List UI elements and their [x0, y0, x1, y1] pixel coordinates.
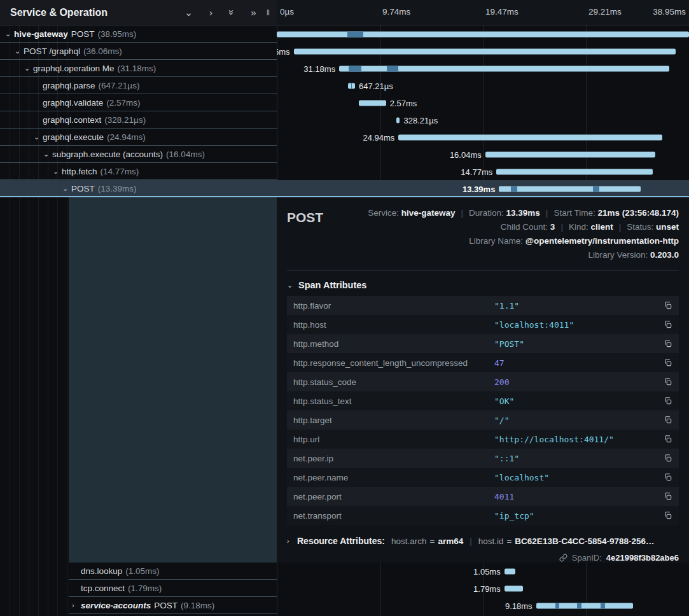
span-timeline-cell[interactable]: 328.21µs [277, 111, 689, 129]
span-timeline-cell[interactable]: 2.57ms [277, 94, 689, 111]
span-timeline-cell[interactable]: 13.39ms [277, 180, 689, 197]
operation-name-label: graphql.operation Me [33, 64, 115, 73]
row-divider [69, 613, 277, 614]
attribute-key: net.transport [293, 511, 494, 521]
spanid-value: 4e21998f3b82abe6 [606, 553, 679, 563]
attribute-key: http.status_code [293, 377, 494, 387]
span-tree-cell[interactable]: tcp.connect(1.79ms) [0, 580, 277, 597]
span-tree-cell[interactable]: ›service-accountsPOST(9.18ms) [0, 597, 277, 614]
span-tree-cell[interactable]: ⌄graphql.execute(24.94ms) [0, 129, 277, 146]
chevron-right-icon[interactable]: › [72, 602, 81, 609]
span-bar[interactable] [396, 117, 400, 123]
span-timeline-cell[interactable] [277, 25, 689, 43]
copy-icon[interactable] [658, 358, 672, 367]
span-bar[interactable] [485, 151, 655, 157]
span-timeline-cell[interactable]: 1.79ms [277, 580, 689, 597]
span-tree-cell[interactable]: ⌄hive-gatewayPOST(38.95ms) [0, 25, 277, 43]
span-timeline-cell[interactable]: 647.21µs [277, 77, 689, 94]
span-tree-cell[interactable]: ⌄http.fetch(14.77ms) [0, 163, 277, 180]
chevrons-right-icon[interactable]: » [251, 7, 256, 18]
span-row[interactable]: ⌄hive-gatewayPOST(38.95ms) [0, 25, 689, 43]
span-tree-cell[interactable]: graphql.parse(647.21µs) [0, 77, 277, 94]
span-timeline-cell[interactable]: 16.04ms [277, 146, 689, 163]
span-bar[interactable] [496, 169, 653, 174]
copy-icon[interactable] [658, 377, 672, 386]
span-row[interactable]: ⌄graphql.execute(24.94ms)24.94ms [0, 129, 689, 146]
copy-icon[interactable] [658, 473, 672, 482]
chevron-down-icon[interactable]: ⌄ [15, 48, 24, 55]
copy-icon[interactable] [658, 511, 672, 520]
span-timeline-cell[interactable]: 14.77ms [277, 163, 689, 180]
panel-resizer[interactable]: ‖ [267, 8, 270, 17]
span-timeline-cell[interactable]: 31.18ms [277, 60, 689, 77]
span-row[interactable]: ⌄POST(13.39ms)13.39ms [0, 180, 689, 197]
chevron-down-icon[interactable]: ⌄ [53, 168, 62, 175]
chevron-down-icon[interactable]: ⌄ [43, 151, 52, 158]
copy-icon[interactable] [658, 301, 672, 310]
span-bar[interactable] [398, 134, 662, 140]
span-attributes-table: http.flavor"1.1"http.host"localhost:4011… [287, 296, 679, 525]
span-row[interactable]: tcp.connect(1.79ms)1.79ms [0, 580, 689, 597]
span-bar[interactable] [505, 568, 515, 574]
meta-label: Start Time: [553, 208, 597, 218]
span-row[interactable]: graphql.parse(647.21µs)647.21µs [0, 77, 689, 94]
span-row[interactable]: ⌄http.fetch(14.77ms)14.77ms [0, 163, 689, 180]
span-row[interactable]: ⌄POST /graphql(36.06ms)36.06ms [0, 43, 689, 60]
span-bar[interactable] [348, 83, 355, 88]
chevron-down-icon[interactable]: ⌄ [34, 134, 43, 141]
span-row[interactable]: graphql.context(328.21µs)328.21µs [0, 111, 689, 129]
chevron-down-icon[interactable]: ⌄ [62, 185, 71, 192]
span-tree-cell[interactable]: ⌄graphql.operation Me(31.18ms) [0, 60, 277, 77]
copy-icon[interactable] [658, 416, 672, 424]
span-tree-cell[interactable]: ⌄POST(13.39ms) [0, 180, 277, 197]
copy-icon[interactable] [658, 396, 672, 405]
chevron-down-icon[interactable]: ⌄ [5, 31, 14, 38]
span-bar[interactable] [536, 603, 634, 608]
span-timeline-cell[interactable]: 24.94ms [277, 129, 689, 146]
copy-icon[interactable] [658, 320, 672, 329]
meta-value: client [590, 222, 613, 232]
span-row[interactable]: ⌄graphql.operation Me(31.18ms)31.18ms [0, 60, 689, 77]
copy-icon[interactable] [658, 339, 672, 348]
span-tree-cell[interactable]: graphql.validate(2.57ms) [0, 94, 277, 111]
span-bar[interactable] [359, 100, 386, 106]
meta-separator: | [560, 222, 563, 232]
span-bar[interactable] [339, 66, 669, 71]
span-row[interactable]: graphql.validate(2.57ms)2.57ms [0, 94, 689, 111]
span-tree-cell[interactable]: graphql.context(328.21µs) [0, 111, 277, 129]
span-tree-cell[interactable]: dns.lookup(1.05ms) [0, 563, 277, 580]
meta-label: Library Name: [469, 236, 525, 246]
chevron-down-icon[interactable]: ⌄ [184, 7, 193, 18]
span-row[interactable]: dns.lookup(1.05ms)1.05ms [0, 563, 689, 580]
copy-icon[interactable] [658, 454, 672, 463]
attribute-row: http.status_code200 [287, 372, 679, 391]
span-attributes-section-header[interactable]: ⌄ Span Attributes [287, 280, 679, 290]
span-timeline-cell[interactable]: 1.05ms [277, 563, 689, 580]
span-tree-cell[interactable]: ⌄subgraph.execute (accounts)(16.04ms) [0, 146, 277, 163]
span-tree-cell[interactable]: ⌄POST /graphql(36.06ms) [0, 43, 277, 60]
copy-icon[interactable] [658, 492, 672, 501]
bar-duration-label: 2.57ms [390, 98, 417, 108]
attribute-row: http.target"/" [287, 410, 679, 430]
meta-separator: | [546, 208, 548, 218]
span-row[interactable]: ⌄subgraph.execute (accounts)(16.04ms)16.… [0, 146, 689, 163]
span-row[interactable]: ›service-accountsPOST(9.18ms)9.18ms [0, 597, 689, 614]
chevron-right-icon[interactable]: › [287, 538, 297, 545]
span-bar[interactable] [294, 48, 676, 54]
meta-value: 0.203.0 [650, 250, 679, 260]
chevrons-down-icon[interactable]: » [227, 10, 237, 15]
chevron-down-icon[interactable]: ⌄ [24, 65, 33, 72]
chevron-down-icon[interactable]: ⌄ [287, 282, 298, 289]
bar-duration-label: 328.21µs [403, 115, 438, 125]
span-timeline-cell[interactable]: 9.18ms [277, 597, 689, 614]
span-timeline-cell[interactable]: 36.06ms [277, 43, 689, 60]
span-bar[interactable] [277, 31, 689, 37]
resource-attributes-row[interactable]: ›Resource Attributes:host.arch=arm64|hos… [287, 536, 679, 546]
span-bar-segment [387, 66, 398, 71]
chevron-right-icon[interactable]: › [209, 7, 212, 18]
span-bar[interactable] [505, 585, 524, 591]
bar-duration-label: 13.39ms [463, 184, 495, 193]
meta-label: Duration: [469, 208, 506, 218]
copy-icon[interactable] [658, 435, 672, 444]
span-bar[interactable] [499, 186, 641, 192]
